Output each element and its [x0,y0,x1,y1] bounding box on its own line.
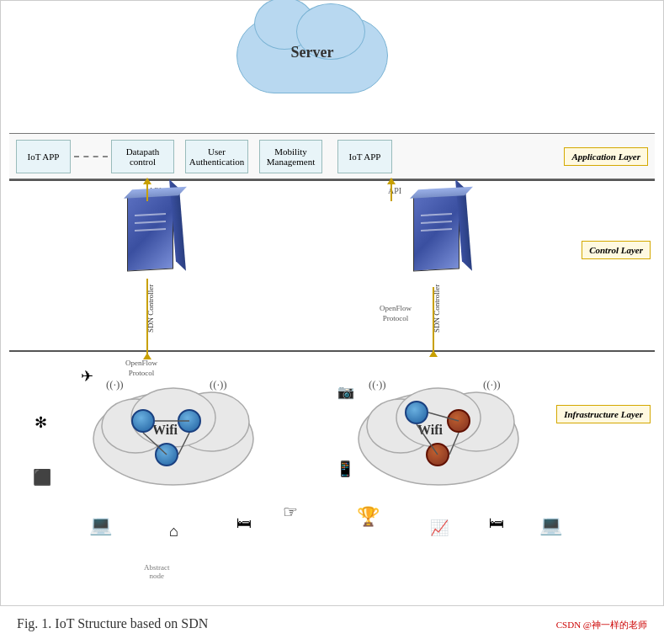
h-line-2 [9,350,655,352]
chart-icon: 📈 [430,519,449,537]
bluetooth-icon: ✻ [35,413,47,432]
datapath-control: Datapathcontrol [111,140,174,173]
dashed-connector [74,156,108,157]
infra-layer-label: Infrastructure Layer [556,405,651,423]
arrowhead-openflow-left [143,353,151,359]
chip-icon: ⬛ [33,468,51,487]
phone-icon: 📱 [336,460,354,478]
wifi-signal-left-1: ((·)) [106,378,124,391]
home-icon: ⌂ [169,523,178,540]
arrowhead-api-right [387,178,396,184]
server-cloud: Server [228,9,396,102]
user-auth: UserAuthentication [185,140,248,173]
sdn-box-right [413,194,459,272]
openflow-label-right: OpenFlowProtocol [380,304,412,323]
h-line-1 [9,179,655,181]
laptop-left: 💻 [89,514,112,536]
cloud-shape: Server [236,18,388,93]
mobility-mgmt: MobilityManagement [259,140,322,173]
abstract-label: Abstract node [144,563,170,580]
airplane-icon: ✈ [81,367,93,386]
app-layer-label: Application Layer [564,147,648,166]
sdn-controller-left: SDN Controller [127,194,173,333]
watermark: CSDN @神一样的老师 [556,616,647,631]
figure-caption: Fig. 1. IoT Structure based on SDN [17,616,208,631]
wifi-signal-right-2: ((·)) [483,378,501,391]
wifi-signal-right-1: ((·)) [369,378,386,391]
diagram-container: Server IoT APP Datapathcontrol UserAuthe… [0,0,664,606]
iot-app-right: IoT APP [337,140,392,173]
bed-right: 🛏 [489,514,504,532]
app-layer-bar: IoT APP Datapathcontrol UserAuthenticati… [9,133,655,179]
camera-icon: 📷 [337,384,354,400]
svg-line-15 [449,433,459,455]
iot-app-left: IoT APP [16,140,71,173]
arrow-openflow-left [146,279,148,354]
arrow-openflow-right [433,287,434,353]
bed-left: 🛏 [236,514,252,532]
sdn-controller-right: SDN Controller [413,194,459,333]
arrowhead-api-left [143,178,151,184]
svg-line-13 [428,412,459,421]
hand-icon: ☞ [283,502,298,522]
laptop-right: 💻 [539,514,562,536]
server-label: Server [237,44,387,61]
sdn-box-left [127,194,173,272]
wifi-signal-left-2: ((·)) [210,378,227,391]
control-layer-label: Control Layer [582,241,651,259]
svg-line-7 [178,433,189,455]
arrowhead-openflow-right [429,350,438,357]
svg-line-6 [143,433,167,455]
medal-icon: 🏆 [357,506,380,528]
svg-line-14 [417,424,438,455]
